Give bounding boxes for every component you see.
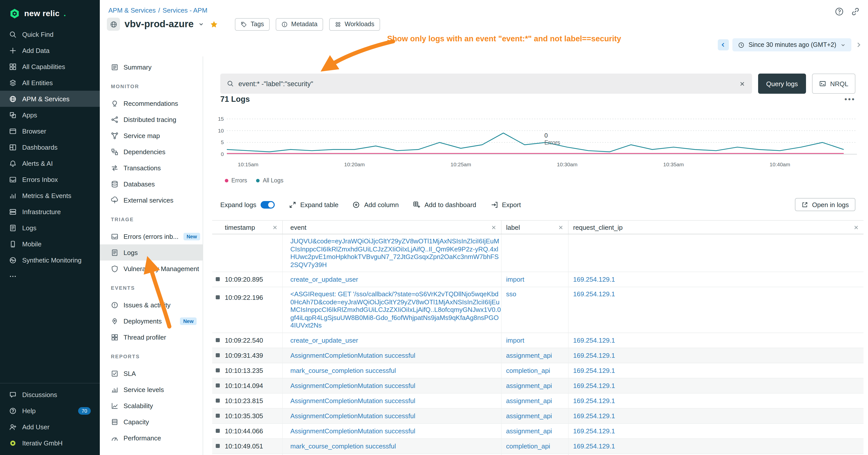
entity-nav-item-external-services[interactable]: External services (100, 192, 203, 208)
close-icon[interactable] (558, 225, 563, 230)
row-checkbox[interactable] (216, 368, 220, 372)
ip-link[interactable]: 169.254.129.1 (573, 397, 615, 404)
event-link[interactable]: create_or_update_user (290, 336, 358, 344)
global-nav-item-browser[interactable]: Browser (0, 123, 100, 139)
event-link[interactable]: JUQVU&code=eyJraWQiOiJjcGltY29yZV8wOTl1M… (290, 237, 499, 268)
event-link[interactable]: AssignmentCompletionMutation successful (290, 352, 415, 359)
global-nav-item-all-capabilities[interactable]: All Capabilities (0, 59, 100, 74)
global-footer-item-iterativ-gmbh[interactable]: Iterativ GmbH (0, 435, 100, 451)
event-link[interactable]: AssignmentCompletionMutation successful (290, 427, 415, 434)
global-nav-item-all-entities[interactable]: All Entities (0, 74, 100, 91)
label-link[interactable]: sso (506, 290, 516, 298)
label-link[interactable]: assignment_api (506, 352, 552, 359)
entity-nav-item-sla[interactable]: SLA (100, 365, 203, 382)
row-checkbox[interactable] (216, 428, 220, 432)
entity-nav-item-logs[interactable]: Logs (100, 245, 203, 260)
column-header-request-client-ip[interactable]: request_client_ip (568, 221, 864, 234)
row-checkbox[interactable] (216, 338, 220, 342)
global-nav-item-synthetic-monitoring[interactable]: Synthetic Monitoring (0, 252, 100, 268)
entity-nav-item-dependencies[interactable]: Dependencies (100, 143, 203, 160)
ip-link[interactable]: 169.254.129.1 (573, 366, 615, 374)
table-row[interactable]: 10:09:22.196<ASGIRequest: GET '/sso/call… (212, 287, 864, 333)
table-row[interactable]: 10:10:35.305AssignmentCompletionMutation… (212, 409, 864, 423)
entity-nav-item-service-levels[interactable]: Service levels (100, 382, 203, 397)
entity-nav-item-distributed-tracing[interactable]: Distributed tracing (100, 111, 203, 128)
add-to-dashboard-button[interactable]: Add to dashboard (413, 201, 476, 208)
log-query-input[interactable] (239, 80, 735, 88)
table-row[interactable]: 10:09:20.895create_or_update_userimport1… (212, 272, 864, 287)
global-nav-item-more[interactable] (0, 268, 100, 284)
global-nav-item-logs[interactable]: Logs (0, 220, 100, 236)
row-checkbox[interactable] (216, 398, 220, 402)
legend-item-errors[interactable]: Errors (225, 177, 247, 184)
entity-nav-item-recommendations[interactable]: Recommendations (100, 95, 203, 111)
permalink-icon[interactable] (851, 7, 860, 16)
row-checkbox[interactable] (216, 414, 220, 418)
entity-nav-item-errors-errors-inb[interactable]: Errors (errors inb...New (100, 228, 203, 245)
label-link[interactable]: assignment_api (506, 397, 552, 404)
more-options-button[interactable]: ••• (844, 97, 856, 101)
clear-query-icon[interactable] (739, 80, 745, 87)
global-nav-item-infrastructure[interactable]: Infrastructure (0, 203, 100, 220)
entity-nav-item-deployments[interactable]: DeploymentsNew (100, 313, 203, 329)
breadcrumb-link-services-apm[interactable]: Services - APM (162, 6, 208, 14)
entity-nav-item-service-map[interactable]: Service map (100, 128, 203, 143)
column-header-label[interactable]: label (501, 221, 568, 234)
query-logs-button[interactable]: Query logs (758, 73, 806, 94)
label-link[interactable]: import (506, 275, 524, 283)
help-circle-icon[interactable] (835, 7, 844, 16)
global-nav-item-dashboards[interactable]: Dashboards (0, 139, 100, 155)
event-link[interactable]: AssignmentCompletionMutation successful (290, 397, 415, 404)
entity-nav-item-thread-profiler[interactable]: Thread profiler (100, 329, 203, 345)
favorite-star-icon[interactable] (210, 20, 218, 29)
label-link[interactable]: assignment_api (506, 412, 552, 420)
label-link[interactable]: assignment_api (506, 427, 552, 434)
row-checkbox[interactable] (216, 353, 220, 357)
table-row[interactable]: 10:11:00.311AssignmentCompletionMutation… (212, 454, 864, 455)
table-row[interactable]: 10:10:49.051mark_course_completion succe… (212, 438, 864, 454)
close-icon[interactable] (272, 225, 278, 230)
event-link[interactable]: <ASGIRequest: GET '/sso/callback/?state=… (290, 290, 501, 329)
ip-link[interactable]: 169.254.129.1 (573, 336, 615, 344)
entity-nav-item-scalability[interactable]: Scalability (100, 397, 203, 414)
table-row[interactable]: 10:10:14.094AssignmentCompletionMutation… (212, 378, 864, 393)
table-row[interactable]: 10:10:13.235mark_course_completion succe… (212, 363, 864, 378)
ip-link[interactable]: 169.254.129.1 (573, 275, 615, 283)
close-icon[interactable] (854, 225, 859, 230)
global-nav-item-errors-inbox[interactable]: Errors Inbox (0, 171, 100, 188)
ip-link[interactable]: 169.254.129.1 (573, 382, 615, 389)
label-link[interactable]: completion_api (506, 366, 550, 374)
tags-button[interactable]: Tags (235, 18, 270, 31)
global-nav-item-alerts-ai[interactable]: Alerts & AI (0, 155, 100, 171)
export-button[interactable]: Export (491, 201, 521, 208)
add-column-button[interactable]: Add column (352, 201, 399, 208)
logs-chart-canvas[interactable]: 05101510:15am10:20am10:25am10:30am10:35a… (217, 115, 861, 171)
row-checkbox[interactable] (216, 383, 220, 387)
row-checkbox[interactable] (216, 444, 220, 448)
ip-link[interactable]: 169.254.129.1 (573, 290, 615, 298)
global-nav-item-apps[interactable]: Apps (0, 107, 100, 123)
global-footer-item-add-user[interactable]: Add User (0, 419, 100, 435)
global-nav-item-apm-services[interactable]: APM & Services (0, 91, 100, 107)
global-nav-item-add-data[interactable]: Add Data (0, 42, 100, 59)
close-icon[interactable] (491, 225, 496, 230)
global-nav-item-mobile[interactable]: Mobile (0, 236, 100, 252)
row-checkbox[interactable] (216, 277, 220, 281)
open-in-logs-button[interactable]: Open in logs (795, 198, 856, 211)
time-picker[interactable]: Since 30 minutes ago (GMT+2) (733, 38, 851, 52)
time-back-button[interactable] (718, 39, 729, 51)
entity-nav-item-vulnerability-management[interactable]: Vulnerability Management (100, 260, 203, 277)
event-link[interactable]: AssignmentCompletionMutation successful (290, 382, 415, 389)
nrql-button[interactable]: NRQL (812, 73, 856, 94)
workloads-button[interactable]: Workloads (329, 18, 380, 31)
global-footer-item-discussions[interactable]: Discussions (0, 387, 100, 402)
column-header-event[interactable]: event (283, 221, 501, 234)
table-row[interactable]: 10:09:31.439AssignmentCompletionMutation… (212, 348, 864, 363)
row-checkbox[interactable] (216, 295, 220, 299)
entity-nav-item-databases[interactable]: Databases (100, 176, 203, 192)
event-link[interactable]: mark_course_completion successful (290, 442, 396, 450)
entity-nav-item-capacity[interactable]: Capacity (100, 414, 203, 430)
entity-nav-item-transactions[interactable]: Transactions (100, 160, 203, 176)
ip-link[interactable]: 169.254.129.1 (573, 352, 615, 359)
event-link[interactable]: mark_course_completion successful (290, 366, 396, 374)
